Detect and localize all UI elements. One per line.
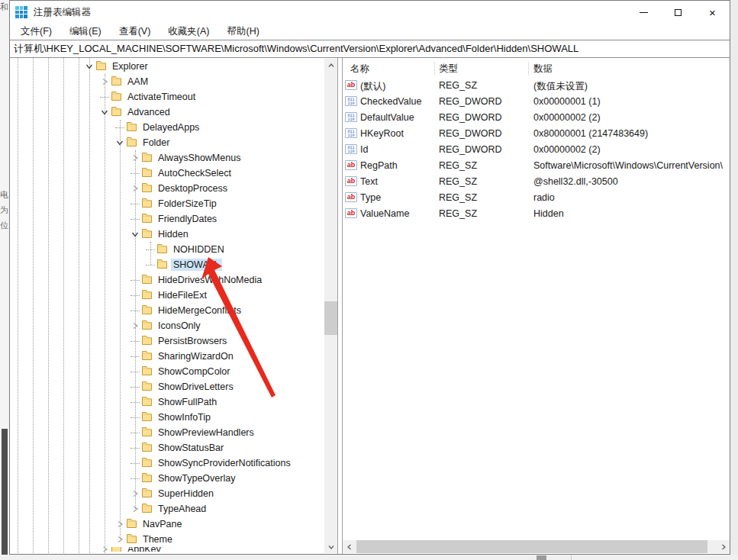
tree-item-label[interactable]: PersistBrowsers	[156, 335, 229, 347]
chevron-right-icon[interactable]	[129, 320, 141, 332]
registry-tree-pane[interactable]: ExplorerAAMActivateTimeoutAdvancedDelaye…	[10, 58, 338, 554]
tree-item-label[interactable]: Explorer	[110, 60, 150, 72]
chevron-down-icon[interactable]	[114, 137, 126, 149]
chevron-right-icon[interactable]	[129, 503, 141, 515]
tree-item-DelayedApps[interactable]: DelayedApps	[10, 120, 337, 135]
chevron-right-icon[interactable]	[98, 547, 111, 552]
value-name[interactable]: HKeyRoot	[360, 128, 404, 139]
value-name[interactable]: DefaultValue	[360, 112, 414, 123]
tree-item-ShowInfoTip[interactable]: ShowInfoTip	[10, 410, 337, 425]
tree-item-ShowPreviewHandlers[interactable]: ShowPreviewHandlers	[10, 425, 337, 440]
tree-item-PersistBrowsers[interactable]: PersistBrowsers	[10, 333, 337, 349]
value-row-Text[interactable]: abTextREG_SZ@shell32.dll,-30500	[343, 174, 730, 190]
menu-item-0[interactable]: 文件(F)	[14, 24, 59, 40]
tree-item-label[interactable]: IconsOnly	[156, 320, 203, 332]
chevron-right-icon[interactable]	[98, 76, 111, 88]
value-name[interactable]: Text	[360, 176, 378, 187]
tree-item-label[interactable]: AAM	[125, 76, 150, 88]
tree-item-NavPane[interactable]: NavPane	[10, 517, 337, 532]
tree-item-label[interactable]: TypeAhead	[156, 503, 208, 515]
column-header-data[interactable]: 数据	[533, 63, 553, 76]
chevron-down-icon[interactable]	[98, 106, 111, 118]
value-name[interactable]: RegPath	[360, 160, 398, 171]
column-separator[interactable]	[528, 62, 529, 76]
scroll-up-icon[interactable]	[324, 59, 337, 72]
tree-item-label[interactable]: ShowStatusBar	[156, 442, 226, 454]
value-row-CheckedValue[interactable]: 011110CheckedValueREG_DWORD0x00000001 (1…	[343, 94, 730, 110]
tree-item-FriendlyDates[interactable]: FriendlyDates	[10, 211, 337, 227]
tree-item-Folder[interactable]: Folder	[10, 135, 337, 150]
value-row-HKeyRoot[interactable]: 011110HKeyRootREG_DWORD0x80000001 (21474…	[343, 126, 730, 142]
value-row-(默认)[interactable]: ab(默认)REG_SZ(数值未设置)	[343, 78, 730, 94]
tree-item-ShowCompColor[interactable]: ShowCompColor	[10, 364, 337, 379]
menu-item-2[interactable]: 查看(V)	[112, 24, 158, 40]
tree-scrollbar-thumb[interactable]	[324, 301, 337, 335]
tree-item-label[interactable]: Folder	[140, 137, 172, 149]
column-header-name[interactable]: 名称	[350, 63, 369, 76]
maximize-button[interactable]	[661, 1, 695, 24]
value-row-Type[interactable]: abTypeREG_SZradio	[343, 190, 730, 206]
tree-item-ShowDriveLetters[interactable]: ShowDriveLetters	[10, 379, 337, 394]
minimize-button[interactable]	[627, 1, 661, 24]
tree-item-label[interactable]: NOHIDDEN	[171, 243, 227, 256]
values-scrollbar-thumb[interactable]	[356, 540, 707, 553]
value-name[interactable]: Id	[360, 144, 368, 155]
column-header-type[interactable]: 类型	[439, 63, 458, 76]
tree-item-ShowFullPath[interactable]: ShowFullPath	[10, 394, 337, 410]
menu-item-1[interactable]: 编辑(E)	[63, 24, 108, 40]
value-row-Id[interactable]: 011110IdREG_DWORD0x00000002 (2)	[343, 142, 730, 158]
tree-item-label[interactable]: AutoCheckSelect	[156, 167, 234, 179]
tree-item-label[interactable]: ShowSyncProviderNotifications	[156, 457, 293, 469]
value-name[interactable]: CheckedValue	[360, 96, 421, 107]
close-button[interactable]: ×	[695, 1, 730, 24]
tree-item-label[interactable]: NavPane	[140, 518, 184, 530]
tree-item-label[interactable]: HideMergeConflicts	[156, 304, 243, 317]
tree-item-SHOWALL[interactable]: SHOWALL	[10, 257, 337, 272]
scroll-down-icon[interactable]	[324, 540, 337, 553]
tree-item-AAM[interactable]: AAM	[10, 74, 337, 89]
tree-item-SuperHidden[interactable]: SuperHidden	[10, 486, 337, 501]
chevron-down-icon[interactable]	[129, 228, 141, 240]
chevron-right-icon[interactable]	[129, 488, 141, 500]
tree-item-AlwaysShowMenus[interactable]: AlwaysShowMenus	[10, 150, 337, 166]
tree-item-ShowStatusBar[interactable]: ShowStatusBar	[10, 440, 337, 455]
tree-item-label[interactable]: DesktopProcess	[156, 182, 230, 195]
tree-item-label[interactable]: FriendlyDates	[156, 213, 219, 225]
menu-item-4[interactable]: 帮助(H)	[220, 24, 266, 40]
scroll-left-icon[interactable]	[343, 540, 356, 553]
tree-item-label[interactable]: HideDrivesWithNoMedia	[156, 274, 264, 286]
tree-item-ShowSyncProviderNotifications[interactable]: ShowSyncProviderNotifications	[10, 455, 337, 471]
tree-item-label[interactable]: SuperHidden	[156, 488, 216, 500]
tree-item-Theme[interactable]: Theme	[10, 532, 337, 547]
value-name[interactable]: (默认)	[360, 80, 385, 93]
tree-item-ActivateTimeout[interactable]: ActivateTimeout	[10, 89, 337, 105]
value-row-DefaultValue[interactable]: 011110DefaultValueREG_DWORD0x00000002 (2…	[343, 110, 730, 126]
value-name[interactable]: Type	[360, 192, 381, 203]
tree-item-label[interactable]: ShowTypeOverlay	[156, 472, 237, 484]
menu-item-3[interactable]: 收藏夹(A)	[161, 24, 216, 40]
tree-item-label[interactable]: AlwaysShowMenus	[156, 152, 243, 164]
tree-item-HideDrivesWithNoMedia[interactable]: HideDrivesWithNoMedia	[10, 272, 337, 288]
tree-item-label[interactable]: ShowInfoTip	[156, 411, 213, 423]
tree-item-label[interactable]: HideFileExt	[156, 289, 209, 301]
scroll-right-icon[interactable]	[717, 540, 730, 553]
chevron-down-icon[interactable]	[83, 60, 95, 72]
tree-item-label[interactable]: SharingWizardOn	[156, 350, 236, 362]
tree-item-label[interactable]: FolderSizeTip	[156, 198, 219, 210]
value-row-RegPath[interactable]: abRegPathREG_SZSoftware\Microsoft\Window…	[343, 158, 730, 174]
tree-item-NOHIDDEN[interactable]: NOHIDDEN	[10, 242, 337, 257]
tree-item-Advanced[interactable]: Advanced	[10, 105, 337, 120]
tree-item-TypeAhead[interactable]: TypeAhead	[10, 501, 337, 517]
registry-values-pane[interactable]: 名称 类型 数据 ab(默认)REG_SZ(数值未设置)011110Checke…	[342, 58, 730, 554]
chevron-right-icon[interactable]	[129, 182, 141, 195]
tree-item-FolderSizeTip[interactable]: FolderSizeTip	[10, 196, 337, 211]
tree-item-label[interactable]: Theme	[140, 533, 175, 546]
tree-item-DesktopProcess[interactable]: DesktopProcess	[10, 181, 337, 196]
tree-item-AppKey[interactable]: AppKey	[10, 547, 337, 552]
tree-item-label[interactable]: SHOWALL	[171, 259, 222, 271]
tree-item-label[interactable]: ShowFullPath	[156, 396, 219, 408]
tree-item-label[interactable]: Hidden	[156, 228, 191, 240]
tree-item-IconsOnly[interactable]: IconsOnly	[10, 318, 337, 333]
tree-item-label[interactable]: ShowPreviewHandlers	[156, 426, 256, 439]
tree-item-SharingWizardOn[interactable]: SharingWizardOn	[10, 349, 337, 364]
